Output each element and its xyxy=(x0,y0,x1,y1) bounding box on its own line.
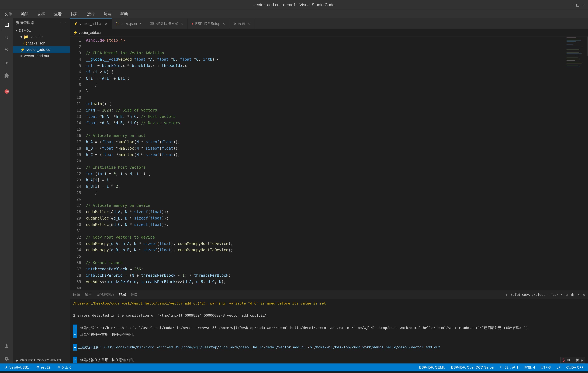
status-remote[interactable]: ⇄ /dev/ttyUSB1 xyxy=(3,365,30,370)
title-bar: vector_add.cu - demo1 - Visual Studio Co… xyxy=(0,0,588,10)
menu-item-运行[interactable]: 运行 xyxy=(86,11,96,17)
svg-rect-23 xyxy=(567,58,579,58)
minimize-button[interactable]: ─ xyxy=(570,2,573,8)
close-button[interactable]: ✕ xyxy=(582,2,585,8)
activity-esp-idf[interactable]: ESP xyxy=(2,87,11,96)
tab-esp-idf-setup[interactable]: ● ESP-IDF Setup ✕ xyxy=(188,19,230,29)
tab-close-settings[interactable]: ✕ xyxy=(247,21,251,26)
status-spaces[interactable]: 空格: 4 xyxy=(523,365,536,370)
status-usb-label: /dev/ttyUSB1 xyxy=(9,365,29,370)
code-line-7: C[i] = A[i] + B[i]; xyxy=(86,75,566,82)
tab-close-keyboard[interactable]: ✕ xyxy=(180,21,184,26)
panel-tab-ports[interactable]: 端口 xyxy=(131,292,138,298)
menu-item-编辑[interactable]: 编辑 xyxy=(20,11,30,17)
panel-content[interactable]: /home/wjl/Desktop/cuda_work/demo1_hello/… xyxy=(70,299,588,363)
tab-keyboard-shortcuts[interactable]: ⌨ 键盘快捷方式 ✕ xyxy=(146,19,188,29)
activity-run[interactable] xyxy=(2,58,11,68)
panel-tab-problems[interactable]: 问题 xyxy=(73,292,80,298)
split-terminal-button[interactable]: ⊟ xyxy=(566,293,567,297)
code-line-8: } xyxy=(86,82,566,88)
activity-explorer[interactable] xyxy=(2,20,11,30)
tab-tasks-json[interactable]: { } tasks.json ✕ xyxy=(112,19,146,29)
status-esp32[interactable]: ⚙ esp32 xyxy=(35,365,52,370)
line-numbers: 1 2 3 4 5 6 7 8 9 10 11 12 13 14 15 16 1… xyxy=(70,37,83,290)
activity-search[interactable] xyxy=(2,33,11,42)
menu-item-文件[interactable]: 文件 xyxy=(3,11,13,17)
cu-file-icon: ⚡ xyxy=(20,47,25,52)
ime-settings-icon[interactable]: ⚙ xyxy=(581,358,583,362)
status-esp-qemu[interactable]: ESP-IDF: QEMU xyxy=(418,365,447,370)
tab-close-vector-add[interactable]: ✕ xyxy=(105,22,108,26)
tab-close-esp[interactable]: ✕ xyxy=(222,21,225,26)
panel-tab-debug[interactable]: 调试控制台 xyxy=(97,292,114,298)
chevron-right-icon: ▾ xyxy=(20,35,22,39)
sidebar-item-vector-add-cu[interactable]: ⚡ vector_add.cu xyxy=(13,46,70,53)
project-components-section[interactable]: ▶ PROJECT COMPONENTS xyxy=(13,357,70,363)
code-line-20 xyxy=(86,158,566,164)
status-eol[interactable]: LF xyxy=(555,365,562,370)
line-col-label: 行 82，列 1 xyxy=(500,365,518,370)
activity-settings[interactable] xyxy=(2,354,11,363)
vector-add-cu-label: vector_add.cu xyxy=(26,47,50,52)
status-openocd[interactable]: ESP-IDF: OpenOCD Server xyxy=(450,365,496,370)
tasks-file-icon: { } xyxy=(23,41,27,45)
menu-item-选择[interactable]: 选择 xyxy=(36,11,46,17)
tabs-bar: ⚡ vector_add.cu ✕ { } tasks.json ✕ ⌨ 键盘快… xyxy=(70,19,588,29)
code-editor[interactable]: 1 2 3 4 5 6 7 8 9 10 11 12 13 14 15 16 1… xyxy=(70,37,588,290)
status-language[interactable]: CUDA C++ xyxy=(565,365,585,370)
svg-rect-25 xyxy=(567,60,579,60)
restore-button[interactable]: □ xyxy=(576,2,579,8)
maximize-panel-button[interactable]: ∧ xyxy=(578,293,579,297)
add-terminal-button[interactable]: + xyxy=(505,293,507,297)
ime-indicator[interactable]: S 中·，拼 ⚙ xyxy=(560,357,585,363)
project-components-label: PROJECT COMPONENTS xyxy=(20,359,61,362)
sidebar-item-tasks[interactable]: { } tasks.json xyxy=(13,40,70,46)
svg-rect-14 xyxy=(567,49,579,50)
code-line-31 xyxy=(86,228,566,234)
code-line-23: h_A[i] = i; xyxy=(86,177,566,183)
delete-terminal-button[interactable]: 🗑 xyxy=(571,293,574,297)
sidebar-item-vscode[interactable]: ▾ 📁 .vscode xyxy=(13,34,70,40)
sidebar-item-vector-add-out[interactable]: ■ vector_add.out xyxy=(13,53,70,59)
terminal-line-blank2 xyxy=(73,319,585,324)
breadcrumb: ⚡ vector_add.cu xyxy=(70,29,588,37)
activity-account[interactable] xyxy=(2,341,11,351)
svg-rect-8 xyxy=(567,42,578,42)
tab-close-tasks[interactable]: ✕ xyxy=(139,21,142,26)
menu-item-查看[interactable]: 查看 xyxy=(53,11,63,17)
svg-rect-33 xyxy=(587,37,588,56)
menu-item-终端[interactable]: 终端 xyxy=(102,11,113,17)
terminal-icon-2: * xyxy=(73,331,77,338)
demo1-section[interactable]: ▾ DEMO1 xyxy=(13,27,70,34)
code-content[interactable]: #include <stdio.h> // CUDA Kernel for Ve… xyxy=(83,37,566,290)
activity-source-control[interactable] xyxy=(2,45,11,55)
panel-tab-terminal[interactable]: 终端 xyxy=(119,292,126,298)
status-encoding[interactable]: UTF-8 xyxy=(539,365,552,370)
tab-vector-add-cu[interactable]: ⚡ vector_add.cu ✕ xyxy=(70,19,112,29)
window-controls: ─ □ ✕ xyxy=(570,2,585,8)
tab-label: vector_add.cu xyxy=(80,22,103,26)
tab-label: 键盘快捷方式 xyxy=(157,21,178,26)
menu-item-帮助[interactable]: 帮助 xyxy=(119,11,129,17)
warning-icon: ⚠ xyxy=(65,365,68,370)
tab-settings[interactable]: ⚙ 设置 ✕ xyxy=(230,19,255,29)
code-line-24: h_B[i] = i * 2; xyxy=(86,183,566,190)
ime-text: 中·，拼 xyxy=(567,358,579,363)
sidebar-more-icon[interactable]: ··· xyxy=(59,20,67,25)
status-line-col[interactable]: 行 82，列 1 xyxy=(499,365,520,370)
code-line-2 xyxy=(86,43,566,50)
sidebar-title: 资源管理器 xyxy=(16,20,34,25)
terminal-icon-1: * xyxy=(73,324,77,331)
terminal-line-blank4 xyxy=(73,351,585,357)
svg-rect-26 xyxy=(567,60,575,61)
folder-icon: 📁 xyxy=(23,35,28,39)
close-panel-button[interactable]: ✕ xyxy=(583,293,585,297)
menu-item-转到[interactable]: 转到 xyxy=(69,11,80,17)
svg-rect-15 xyxy=(567,50,580,50)
activity-extensions[interactable] xyxy=(2,71,11,81)
sidebar: 资源管理器 ··· ▾ DEMO1 ▾ 📁 .vscode { } tasks.… xyxy=(13,19,70,363)
panel-tab-output[interactable]: 输出 xyxy=(85,292,92,298)
status-errors[interactable]: ✕ 0 ⚠ 0 xyxy=(56,365,73,370)
code-line-16: // Allocate memory on host xyxy=(86,132,566,139)
svg-rect-12 xyxy=(567,47,582,47)
